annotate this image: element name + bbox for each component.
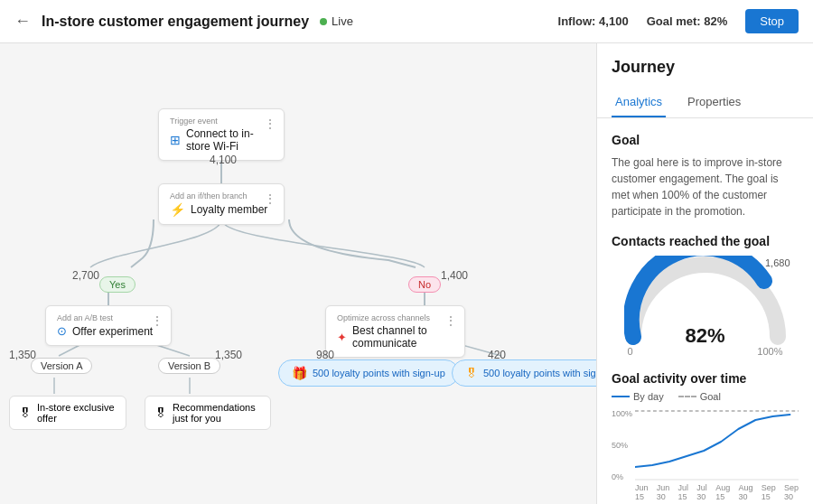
x-label-sep30: Sep30	[784, 483, 799, 501]
gauge-max-label: 100%	[757, 346, 782, 357]
tab-analytics[interactable]: Analytics	[612, 88, 666, 117]
live-status: Live	[320, 14, 353, 28]
ab-label: Add an A/B test	[57, 313, 160, 322]
offer-label-1: In-store exclusive offer	[37, 402, 117, 424]
legend-by-day: By day	[633, 391, 664, 402]
branch-menu[interactable]: ⋮	[264, 191, 276, 206]
goal-activity-chart: 100% 50% 0%	[612, 409, 799, 481]
back-button[interactable]: ←	[14, 12, 31, 31]
action-label-2: 500 loyalty points with sign-up	[483, 368, 596, 378]
x-label-jul30: Jul30	[696, 483, 707, 501]
legend-goal-line	[678, 396, 696, 397]
right-panel: Journey Analytics Properties Goal The go…	[596, 43, 813, 504]
optimize-label: Optimize across channels	[337, 313, 453, 322]
gauge-max-value: 1,680	[765, 257, 790, 268]
branch-label: Add an if/then branch	[170, 191, 273, 201]
y-label-100: 100%	[612, 409, 633, 418]
legend-by-day-line	[612, 396, 630, 397]
live-dot	[320, 18, 327, 25]
offer-label-2: Recommendations just for you	[173, 402, 261, 424]
contacts-section-title: Contacts reached the goal	[612, 234, 799, 248]
chart-legend: By day Goal	[612, 391, 799, 402]
goal-text: The goal here is to improve in-store cus…	[612, 154, 799, 219]
activity-section-title: Goal activity over time	[612, 371, 799, 386]
optimize-title: Best channel to communicate	[352, 324, 453, 350]
x-label-aug15: Aug15	[715, 483, 730, 501]
chart-svg-wrapper	[635, 409, 799, 481]
panel-tabs: Analytics Properties	[597, 88, 813, 118]
tab-properties[interactable]: Properties	[684, 88, 744, 117]
page-title: In-store customer engagement journey	[42, 14, 309, 30]
no-count: 1,400	[441, 269, 468, 282]
offer-node-1: 🎖 In-store exclusive offer	[9, 396, 126, 430]
y-label-0: 0%	[612, 472, 633, 481]
no-badge: No	[408, 276, 441, 293]
gauge-min-label: 0	[628, 346, 633, 357]
version-a-badge: Version A	[31, 358, 92, 374]
branch-node: Add an if/then branch ⚡ Loyalty member ⋮	[158, 183, 285, 225]
ab-menu[interactable]: ⋮	[151, 313, 164, 328]
trigger-count: 4,100	[210, 154, 237, 166]
legend-goal: Goal	[700, 391, 721, 402]
main-layout: Trigger event ⊞ Connect to in-store Wi-F…	[0, 43, 813, 504]
goal-section-title: Goal	[612, 133, 799, 147]
ab-title: Offer experiment	[72, 325, 153, 338]
action-label-1: 500 loyalty points with sign-up	[313, 368, 445, 378]
x-label-jun15: Jun15	[635, 483, 649, 501]
goal-met-display: Goal met: 82%	[647, 14, 728, 28]
optimize-menu[interactable]: ⋮	[444, 313, 457, 328]
offer-node-2: 🎖 Recommendations just for you	[145, 396, 271, 430]
yes-badge: Yes	[99, 276, 136, 293]
x-label-sep15: Sep15	[762, 483, 776, 501]
panel-content: Goal The goal here is to improve in-stor…	[597, 118, 813, 504]
trigger-title: Connect to in-store Wi-Fi	[186, 127, 273, 153]
action-node-1: 🎁 500 loyalty points with sign-up	[278, 359, 459, 387]
branch-title: Loyalty member	[191, 203, 267, 216]
trigger-menu[interactable]: ⋮	[264, 117, 276, 131]
version-b-badge: Version B	[158, 358, 220, 374]
x-label-jul15: Jul15	[678, 483, 689, 501]
version-b-count: 1,350	[215, 349, 242, 361]
optimize-node: Optimize across channels ✦ Best channel …	[325, 305, 465, 358]
yes-count: 2,700	[72, 269, 99, 282]
stop-button[interactable]: Stop	[745, 9, 799, 33]
chart-x-labels: Jun15 Jun30 Jul15 Jul30 Aug15 Aug30 Sep1…	[612, 483, 799, 501]
panel-title: Journey	[612, 58, 799, 77]
app-header: ← In-store customer engagement journey L…	[0, 0, 813, 43]
live-label: Live	[332, 14, 353, 28]
ab-node: Add an A/B test ⊙ Offer experiment ⋮	[45, 305, 172, 346]
journey-canvas: Trigger event ⊞ Connect to in-store Wi-F…	[0, 43, 596, 504]
panel-header: Journey Analytics Properties	[597, 43, 813, 118]
y-label-50: 50%	[612, 441, 633, 450]
goal-gauge: 1,680 82% 0 100%	[624, 256, 787, 357]
trigger-label: Trigger event	[170, 117, 273, 126]
action-node-2: 🎖 500 loyalty points with sign-up	[452, 359, 596, 387]
x-label-aug30: Aug30	[738, 483, 752, 501]
gauge-percentage: 82%	[685, 324, 724, 348]
chart-y-labels: 100% 50% 0%	[612, 409, 633, 481]
activity-svg	[635, 409, 799, 481]
inflow-display: Inflow: 4,100	[558, 14, 629, 28]
x-label-jun30: Jun30	[657, 483, 670, 501]
